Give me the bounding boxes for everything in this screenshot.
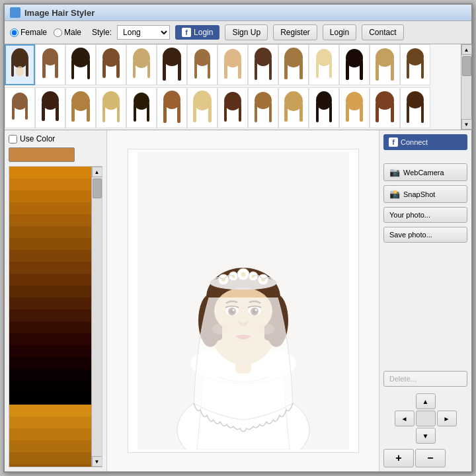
color-strip[interactable] [9, 381, 91, 393]
color-strip[interactable] [9, 452, 91, 464]
style-label: Style: [92, 28, 112, 37]
color-strip[interactable] [9, 416, 91, 428]
use-color-checkbox[interactable] [9, 135, 17, 143]
color-preview[interactable] [9, 147, 75, 162]
scroll-thumb[interactable] [462, 56, 471, 76]
hair-thumb[interactable] [278, 87, 309, 128]
snapshot-icon: 📸 [389, 189, 400, 199]
color-strip[interactable] [9, 250, 91, 262]
nav-down-button[interactable]: ▼ [416, 428, 436, 444]
svg-rect-53 [102, 102, 105, 122]
login-button[interactable]: Login [323, 24, 356, 40]
color-strip[interactable] [9, 345, 91, 357]
zoom-out-button[interactable]: − [415, 449, 446, 467]
palette-scroll-up[interactable]: ▲ [92, 167, 102, 177]
color-strip[interactable] [9, 178, 91, 190]
palette-scrollbar[interactable]: ▲ ▼ [91, 167, 102, 467]
color-strip[interactable] [9, 357, 91, 369]
svg-rect-1 [11, 58, 14, 77]
delete-button[interactable]: Delete... [383, 371, 467, 387]
color-strips [9, 167, 91, 467]
hair-thumb[interactable] [400, 44, 430, 85]
color-strip[interactable] [9, 274, 91, 286]
hair-thumb[interactable] [248, 87, 278, 128]
fb-connect-button[interactable]: f Connect [383, 134, 467, 150]
color-strip[interactable] [9, 238, 91, 250]
hair-thumb[interactable] [96, 87, 126, 128]
color-strip[interactable] [9, 369, 91, 381]
hair-thumb[interactable] [126, 44, 157, 85]
color-strip[interactable] [9, 298, 91, 309]
hair-thumb[interactable] [35, 87, 65, 128]
hair-thumb[interactable] [65, 87, 96, 128]
scroll-up-arrow[interactable]: ▲ [461, 44, 472, 55]
hair-thumb[interactable] [187, 87, 218, 128]
hair-thumb[interactable] [370, 87, 400, 128]
hair-thumb[interactable] [157, 87, 187, 128]
hair-thumb[interactable] [309, 44, 339, 85]
contact-button[interactable]: Contact [362, 24, 403, 40]
register-button[interactable]: Register [273, 24, 317, 40]
scroll-down-arrow[interactable]: ▼ [461, 119, 472, 130]
color-strip[interactable] [9, 214, 91, 226]
hair-thumb[interactable] [126, 87, 157, 128]
color-strip[interactable] [9, 333, 91, 345]
hair-thumb[interactable] [5, 44, 35, 85]
nav-left-button[interactable]: ◄ [395, 411, 415, 426]
your-photo-button[interactable]: Your photo... [383, 207, 467, 223]
color-strip[interactable] [9, 262, 91, 274]
hair-grid-scrollbar[interactable]: ▲ ▼ [461, 44, 471, 130]
svg-rect-74 [316, 102, 319, 122]
color-strip[interactable] [9, 286, 91, 298]
nav-row-middle: ◄ ► [395, 411, 457, 426]
hair-thumb[interactable] [339, 87, 370, 128]
palette-scroll-down[interactable]: ▼ [92, 456, 102, 467]
hair-thumb[interactable] [35, 44, 65, 85]
nav-up-button[interactable]: ▲ [416, 393, 436, 409]
color-strip[interactable] [9, 464, 91, 467]
color-strip[interactable] [9, 405, 91, 416]
palette-scroll-thumb[interactable] [93, 178, 102, 198]
color-strip[interactable] [9, 321, 91, 333]
color-strip[interactable] [9, 309, 91, 321]
hair-thumb[interactable] [218, 44, 248, 85]
hair-thumb[interactable] [5, 87, 35, 128]
color-strip[interactable] [9, 167, 91, 178]
hair-thumb[interactable] [248, 44, 278, 85]
female-radio[interactable] [10, 28, 19, 37]
hair-thumb[interactable] [309, 87, 339, 128]
female-radio-label[interactable]: Female [10, 28, 47, 37]
snapshot-button[interactable]: 📸 SnapShot [383, 185, 467, 203]
hair-thumb[interactable] [400, 87, 430, 128]
color-strip[interactable] [9, 202, 91, 214]
webcamera-icon: 📷 [389, 167, 400, 177]
svg-rect-38 [376, 60, 379, 81]
hair-thumb[interactable] [96, 44, 126, 85]
male-radio[interactable] [54, 28, 62, 37]
fb-login-label: Login [194, 28, 213, 37]
color-strip[interactable] [9, 393, 91, 405]
hair-thumb[interactable] [65, 44, 96, 85]
male-radio-label[interactable]: Male [54, 28, 81, 37]
save-photo-button[interactable]: Save photo... [383, 227, 467, 243]
signup-button[interactable]: Sign Up [225, 24, 268, 40]
fb-connect-label: Connect [401, 138, 428, 146]
style-select[interactable]: Long Short Medium Curly [117, 25, 170, 40]
svg-rect-80 [376, 102, 379, 122]
zoom-in-button[interactable]: + [383, 449, 414, 467]
hair-thumb[interactable] [339, 44, 370, 85]
left-panel: Use Color ▲ ▼ [5, 130, 107, 471]
hair-thumb[interactable] [218, 87, 248, 128]
webcamera-button[interactable]: 📷 WebCamera [383, 163, 467, 181]
hair-thumb[interactable] [187, 44, 218, 85]
color-strip[interactable] [9, 440, 91, 452]
hair-thumb[interactable] [278, 44, 309, 85]
color-strip[interactable] [9, 428, 91, 440]
hair-thumb[interactable] [157, 44, 187, 85]
hair-thumb[interactable] [370, 44, 400, 85]
photo-area [128, 149, 359, 453]
fb-login-button[interactable]: f Login [175, 25, 219, 40]
color-strip[interactable] [9, 190, 91, 202]
color-strip[interactable] [9, 226, 91, 238]
nav-right-button[interactable]: ► [437, 411, 457, 426]
